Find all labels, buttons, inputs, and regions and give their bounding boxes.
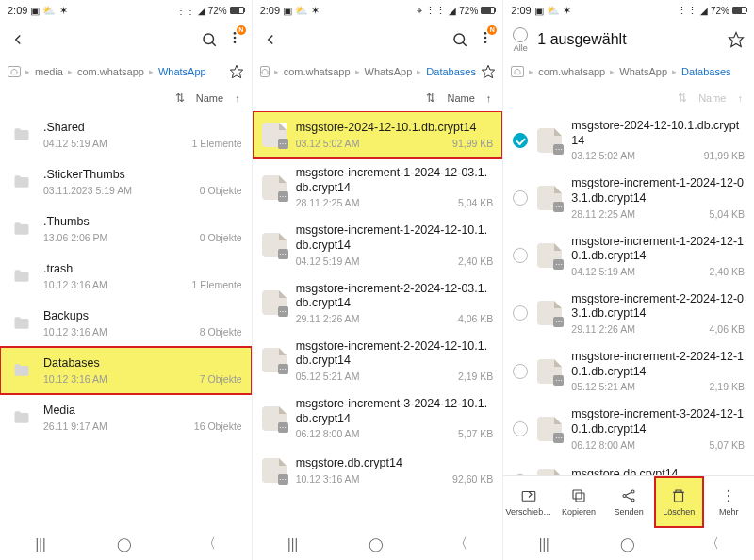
nav-back[interactable]: 〈 xyxy=(706,535,719,552)
file-row[interactable]: ⋯ msgstore-increment-2-2024-12-10.1.db.c… xyxy=(253,332,503,389)
file-row[interactable]: ⋯ msgstore-increment-2-2024-12-03.1.db.c… xyxy=(253,274,503,332)
item-date: 28.11 2:25 AM xyxy=(296,197,360,208)
crumb[interactable]: com.whatsapp xyxy=(284,66,351,77)
svg-rect-13 xyxy=(522,492,535,502)
item-name: msgstore-increment-2-2024-12-10.1.db.cry… xyxy=(571,350,745,379)
file-row[interactable]: ⋯ msgstore-increment-1-2024-12-03.1.db.c… xyxy=(503,169,754,226)
crumb[interactable]: media xyxy=(35,66,63,77)
nav-recents[interactable]: ||| xyxy=(539,536,549,552)
nav-back[interactable]: 〈 xyxy=(454,535,467,552)
file-row[interactable]: ⋯ msgstore.db.crypt14 10.12 3:16 AM92,60… xyxy=(503,458,754,476)
back-button[interactable] xyxy=(9,31,26,48)
action-delete[interactable]: Löschen xyxy=(654,476,704,528)
sort-dir-icon[interactable]: ↑ xyxy=(486,92,492,104)
file-list[interactable]: ⋯ msgstore-2024-12-10.1.db.crypt14 03.12… xyxy=(503,111,754,475)
file-row[interactable]: ⋯ msgstore-increment-2-2024-12-03.1.db.c… xyxy=(503,285,754,342)
crumb[interactable]: com.whatsapp xyxy=(538,66,605,77)
item-info: 4,06 KB xyxy=(458,313,493,324)
item-info: 2,19 KB xyxy=(458,371,493,382)
home-icon[interactable] xyxy=(511,66,524,77)
item-date: 29.11 2:26 AM xyxy=(296,313,360,324)
favorite-button[interactable] xyxy=(481,64,496,79)
favorite-button[interactable] xyxy=(728,31,745,48)
sort-label[interactable]: Name xyxy=(196,92,223,104)
select-checkbox[interactable] xyxy=(513,248,528,263)
nav-bar: ||| ◯ 〈 xyxy=(0,528,252,560)
item-name: msgstore-increment-1-2024-12-03.1.db.cry… xyxy=(296,166,494,195)
wifi-icon: ◢ xyxy=(449,6,456,16)
folder-row[interactable]: Media 26.11 9:17 AM16 Objekte xyxy=(0,394,252,441)
file-row[interactable]: ⋯ msgstore-increment-3-2024-12-10.1.db.c… xyxy=(503,400,754,457)
nav-recents[interactable]: ||| xyxy=(287,536,298,552)
nav-recents[interactable]: ||| xyxy=(36,536,46,552)
sort-dir-icon[interactable]: ↑ xyxy=(235,92,240,104)
folder-icon xyxy=(9,405,34,430)
crumb[interactable]: com.whatsapp xyxy=(77,66,144,77)
breadcrumb[interactable]: ▸media ▸com.whatsapp ▸WhatsApp xyxy=(0,58,252,85)
sort-row[interactable]: ⇅ Name ↑ xyxy=(0,85,252,111)
home-icon[interactable] xyxy=(8,66,21,77)
folder-icon xyxy=(9,264,34,288)
back-button[interactable] xyxy=(262,31,279,48)
file-row[interactable]: ⋯ msgstore-increment-1-2024-12-10.1.db.c… xyxy=(503,227,754,285)
action-move[interactable]: Verschieb… xyxy=(503,476,553,528)
folder-row[interactable]: .Shared 04.12 5:19 AM1 Elemente xyxy=(0,111,252,158)
file-list[interactable]: ⋯ msgstore-2024-12-10.1.db.crypt14 03.12… xyxy=(253,111,503,528)
sort-icon[interactable]: ⇅ xyxy=(175,91,185,105)
svg-point-18 xyxy=(631,499,634,502)
svg-point-16 xyxy=(623,495,626,498)
nav-home[interactable]: ◯ xyxy=(369,536,384,552)
crumb-current[interactable]: Databases xyxy=(681,66,731,77)
folder-row[interactable]: .Thumbs 13.06 2:06 PM0 Objekte xyxy=(0,206,252,253)
folder-icon xyxy=(9,170,34,194)
folder-icon xyxy=(9,311,34,336)
sort-icon[interactable]: ⇅ xyxy=(426,91,435,105)
action-send[interactable]: Senden xyxy=(604,476,654,528)
action-more[interactable]: Mehr xyxy=(704,476,754,528)
select-checkbox[interactable] xyxy=(513,364,528,379)
breadcrumb[interactable]: ▸com.whatsapp ▸WhatsApp ▸Databases xyxy=(503,58,754,85)
nav-home[interactable]: ◯ xyxy=(117,536,132,552)
folder-list[interactable]: .Shared 04.12 5:19 AM1 Elemente .Sticker… xyxy=(0,111,252,528)
home-icon[interactable] xyxy=(260,66,270,77)
menu-button[interactable]: N xyxy=(478,29,493,50)
select-all-checkbox[interactable] xyxy=(513,27,528,42)
file-row[interactable]: ⋯ msgstore-increment-3-2024-12-10.1.db.c… xyxy=(253,389,503,447)
svg-line-19 xyxy=(626,492,631,495)
select-checkbox[interactable] xyxy=(513,421,528,436)
file-row[interactable]: ⋯ msgstore-2024-12-10.1.db.crypt14 03.12… xyxy=(253,111,503,158)
breadcrumb[interactable]: ▸com.whatsapp ▸WhatsApp ▸Databases xyxy=(253,58,503,85)
nav-back[interactable]: 〈 xyxy=(203,535,216,552)
svg-point-4 xyxy=(233,41,236,43)
item-date: 04.12 5:19 AM xyxy=(43,138,107,149)
file-row[interactable]: ⋯ msgstore-increment-1-2024-12-03.1.db.c… xyxy=(253,158,503,216)
nav-home[interactable]: ◯ xyxy=(620,536,635,552)
crumb-current[interactable]: Databases xyxy=(426,66,476,77)
sort-row[interactable]: ⇅ Name ↑ xyxy=(253,85,503,111)
file-icon: ⋯ xyxy=(537,128,562,153)
select-checkbox[interactable] xyxy=(513,133,528,148)
file-row[interactable]: ⋯ msgstore.db.crypt14 10.12 3:16 AM92,60… xyxy=(253,447,503,494)
file-row[interactable]: ⋯ msgstore-increment-2-2024-12-10.1.db.c… xyxy=(503,342,754,400)
sort-label[interactable]: Name xyxy=(447,92,474,104)
file-icon: ⋯ xyxy=(262,458,287,483)
favorite-button[interactable] xyxy=(229,64,244,79)
folder-row[interactable]: Databases 10.12 3:16 AM7 Objekte xyxy=(0,347,252,394)
folder-row[interactable]: .trash 10.12 3:16 AM1 Elemente xyxy=(0,253,252,300)
wifi-icon: ◢ xyxy=(700,6,708,16)
crumb[interactable]: WhatsApp xyxy=(619,66,667,77)
folder-row[interactable]: .StickerThumbs 03.11.2023 5:19 AM0 Objek… xyxy=(0,158,252,206)
item-info: 0 Objekte xyxy=(200,232,242,243)
folder-row[interactable]: Backups 10.12 3:16 AM8 Objekte xyxy=(0,300,252,347)
pane-files: 2:09▣ ⛅ ✶ ⌖⋮⋮◢72% N ▸com.whatsapp ▸Whats… xyxy=(252,0,503,560)
file-row[interactable]: ⋯ msgstore-2024-12-10.1.db.crypt14 03.12… xyxy=(503,111,754,169)
select-checkbox[interactable] xyxy=(513,305,528,321)
file-row[interactable]: ⋯ msgstore-increment-1-2024-12-10.1.db.c… xyxy=(253,216,503,273)
crumb-current[interactable]: WhatsApp xyxy=(158,66,206,77)
select-checkbox[interactable] xyxy=(513,190,528,206)
action-copy[interactable]: Kopieren xyxy=(553,476,603,528)
menu-button[interactable]: N xyxy=(227,29,242,50)
crumb[interactable]: WhatsApp xyxy=(365,66,413,77)
search-button[interactable] xyxy=(201,31,218,48)
search-button[interactable] xyxy=(451,31,468,48)
